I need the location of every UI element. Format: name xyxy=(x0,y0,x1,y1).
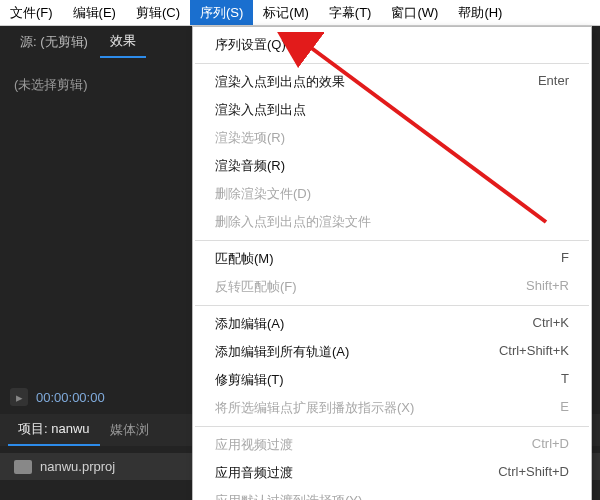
tab-effects[interactable]: 效果 xyxy=(100,26,146,58)
menu-item-label: 渲染音频(R) xyxy=(215,157,285,175)
menubar-item-0[interactable]: 文件(F) xyxy=(0,0,63,25)
menu-item-2-1: 反转匹配帧(F)Shift+R xyxy=(193,273,591,301)
menubar-item-5[interactable]: 字幕(T) xyxy=(319,0,382,25)
menu-item-1-5: 删除入点到出点的渲染文件 xyxy=(193,208,591,236)
menu-item-shortcut: F xyxy=(561,250,569,268)
timecode-value: 00:00:00:00 xyxy=(36,390,105,405)
menu-item-shortcut: T xyxy=(561,371,569,389)
menu-item-4-1[interactable]: 应用音频过渡Ctrl+Shift+D xyxy=(193,459,591,487)
menubar-item-1[interactable]: 编辑(E) xyxy=(63,0,126,25)
menu-item-1-2: 渲染选项(R) xyxy=(193,124,591,152)
menu-separator xyxy=(195,240,589,241)
tab-project[interactable]: 项目: nanwu xyxy=(8,414,100,446)
folder-icon xyxy=(14,460,32,474)
menu-item-label: 删除入点到出点的渲染文件 xyxy=(215,213,371,231)
menu-item-0-0[interactable]: 序列设置(Q)... xyxy=(193,31,591,59)
menu-item-1-1[interactable]: 渲染入点到出点 xyxy=(193,96,591,124)
menu-item-label: 匹配帧(M) xyxy=(215,250,274,268)
menu-item-label: 应用音频过渡 xyxy=(215,464,293,482)
menu-item-label: 应用视频过渡 xyxy=(215,436,293,454)
menu-item-2-0[interactable]: 匹配帧(M)F xyxy=(193,245,591,273)
play-icon[interactable]: ▸ xyxy=(10,388,28,406)
menu-item-label: 序列设置(Q)... xyxy=(215,36,297,54)
menu-item-3-0[interactable]: 添加编辑(A)Ctrl+K xyxy=(193,310,591,338)
source-label: 源: (无剪辑) xyxy=(8,27,100,57)
menu-item-shortcut: Ctrl+Shift+D xyxy=(498,464,569,482)
menu-item-label: 删除渲染文件(D) xyxy=(215,185,311,203)
menu-item-shortcut: Enter xyxy=(538,73,569,91)
menu-item-label: 添加编辑(A) xyxy=(215,315,284,333)
menu-item-label: 渲染选项(R) xyxy=(215,129,285,147)
menu-item-1-3[interactable]: 渲染音频(R) xyxy=(193,152,591,180)
menu-item-shortcut: E xyxy=(560,399,569,417)
menu-item-shortcut: Ctrl+K xyxy=(533,315,569,333)
menu-separator xyxy=(195,426,589,427)
menu-item-label: 应用默认过渡到选择项(Y) xyxy=(215,492,362,500)
menu-item-label: 渲染入点到出点的效果 xyxy=(215,73,345,91)
menu-separator xyxy=(195,305,589,306)
menu-item-shortcut: Shift+R xyxy=(526,278,569,296)
menu-item-4-0: 应用视频过渡Ctrl+D xyxy=(193,431,591,459)
menu-item-4-2: 应用默认过渡到选择项(Y) xyxy=(193,487,591,500)
menubar-item-2[interactable]: 剪辑(C) xyxy=(126,0,190,25)
menubar-item-3[interactable]: 序列(S) xyxy=(190,0,253,25)
menubar: 文件(F)编辑(E)剪辑(C)序列(S)标记(M)字幕(T)窗口(W)帮助(H) xyxy=(0,0,600,26)
project-file-name: nanwu.prproj xyxy=(40,459,115,474)
menu-item-shortcut: Ctrl+Shift+K xyxy=(499,343,569,361)
menu-item-label: 添加编辑到所有轨道(A) xyxy=(215,343,349,361)
menu-item-label: 修剪编辑(T) xyxy=(215,371,284,389)
menu-item-label: 渲染入点到出点 xyxy=(215,101,306,119)
menu-item-shortcut: Ctrl+D xyxy=(532,436,569,454)
sequence-menu-dropdown: 序列设置(Q)...渲染入点到出点的效果Enter渲染入点到出点渲染选项(R)渲… xyxy=(192,26,592,500)
menu-item-3-1[interactable]: 添加编辑到所有轨道(A)Ctrl+Shift+K xyxy=(193,338,591,366)
menu-item-label: 反转匹配帧(F) xyxy=(215,278,297,296)
tab-media-browser[interactable]: 媒体浏 xyxy=(100,415,159,445)
menubar-item-7[interactable]: 帮助(H) xyxy=(448,0,512,25)
menubar-item-4[interactable]: 标记(M) xyxy=(253,0,319,25)
menubar-item-6[interactable]: 窗口(W) xyxy=(381,0,448,25)
menu-separator xyxy=(195,63,589,64)
menu-item-1-0[interactable]: 渲染入点到出点的效果Enter xyxy=(193,68,591,96)
menu-item-3-3: 将所选编辑点扩展到播放指示器(X)E xyxy=(193,394,591,422)
timecode-row: ▸ 00:00:00:00 xyxy=(0,382,115,412)
menu-item-3-2[interactable]: 修剪编辑(T)T xyxy=(193,366,591,394)
menu-item-1-4: 删除渲染文件(D) xyxy=(193,180,591,208)
menu-item-label: 将所选编辑点扩展到播放指示器(X) xyxy=(215,399,414,417)
